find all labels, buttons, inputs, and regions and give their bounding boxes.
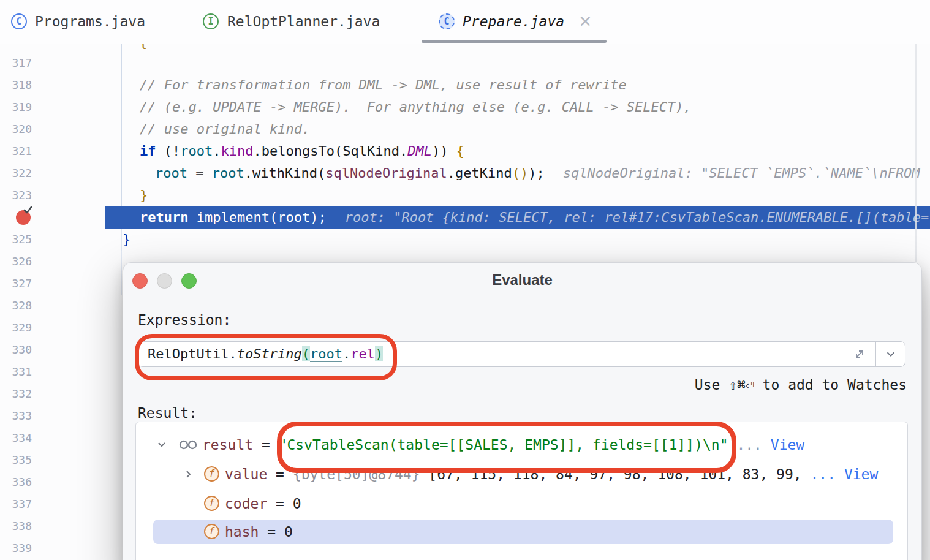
brace: {	[448, 143, 464, 159]
keyword: if	[140, 143, 156, 159]
chevron-right-icon[interactable]	[183, 468, 195, 480]
result-label: Result:	[138, 405, 197, 421]
field-kind: kind	[221, 143, 253, 159]
result-string-value: "CsvTableScan(table=[[SALES, EMPS]], fie…	[279, 437, 728, 453]
punct: .getKind	[447, 165, 512, 181]
expression-history-dropdown[interactable]	[875, 342, 905, 366]
code-line-323: }	[123, 184, 930, 206]
var-value: 0	[284, 524, 293, 540]
line-number[interactable]: 319	[0, 96, 32, 118]
field-icon: f	[204, 496, 219, 511]
ellipsis: ...	[811, 466, 844, 482]
punct: (!	[156, 143, 181, 159]
code-line-317	[123, 52, 930, 74]
code-lines: // For transformation from DML -> DML, u…	[123, 52, 930, 251]
ide-window: C Programs.java I RelOptPlanner.java C P…	[0, 0, 930, 560]
interface-icon: I	[203, 13, 219, 29]
tree-row-hash-selected[interactable]: f hash = 0	[136, 521, 907, 543]
line-number[interactable]: 323	[0, 184, 32, 206]
punct: .withKind(	[244, 165, 325, 181]
expr-token-root: root	[310, 346, 342, 362]
code-line-318: // For transformation from DML -> DML, u…	[123, 74, 930, 96]
punct: implement(	[188, 210, 278, 225]
field-icon: f	[204, 466, 219, 482]
var-value: 0	[293, 496, 301, 512]
active-tab-underline	[422, 40, 607, 43]
expr-paren: (	[302, 346, 310, 361]
class-icon: C	[439, 13, 455, 29]
constant-dml: DML	[407, 143, 432, 159]
expression-text[interactable]: RelOptUtil.toString(root.rel)	[148, 342, 383, 366]
equals: =	[259, 524, 284, 540]
line-number[interactable]: 336	[0, 471, 32, 493]
code-line-324-execution: return implement(root);root: "Root {kind…	[123, 206, 930, 229]
code-line-325: }	[123, 229, 930, 251]
ellipsis: ...	[728, 437, 771, 453]
var-name: result	[202, 437, 253, 453]
punct: );	[528, 165, 545, 181]
punct: ))	[432, 143, 448, 159]
equals: =	[253, 437, 279, 453]
line-number[interactable]: 335	[0, 449, 32, 471]
line-number[interactable]: 325	[0, 229, 32, 251]
line-number[interactable]: 337	[0, 493, 32, 515]
var-name: hash	[225, 524, 259, 540]
variable-root: root	[155, 165, 187, 181]
line-number[interactable]: 334	[0, 427, 32, 449]
var-name: coder	[225, 496, 267, 512]
punct: .belongsTo(SqlKind.	[253, 143, 407, 159]
line-number[interactable]: 338	[0, 515, 32, 537]
line-number[interactable]: 330	[0, 339, 32, 361]
tree-row-result[interactable]: result = "CsvTableScan(table=[[SALES, EM…	[136, 434, 907, 456]
tab-label[interactable]: Prepare.java	[463, 0, 564, 44]
line-number[interactable]: 339	[0, 537, 32, 559]
line-number[interactable]: 328	[0, 295, 32, 317]
line-number[interactable]: 331	[0, 361, 32, 383]
line-number[interactable]: 318	[0, 74, 32, 96]
tab-label[interactable]: Programs.java	[35, 0, 145, 44]
line-number[interactable]: 327	[0, 273, 32, 295]
tree-row-value[interactable]: f value = {byte[50]@8744} [67, 115, 118,…	[136, 463, 907, 485]
indent-guide	[121, 229, 122, 295]
punct: .	[213, 143, 221, 159]
editor-tab-bar: C Programs.java I RelOptPlanner.java C P…	[0, 0, 930, 44]
expression-input[interactable]: RelOptUtil.toString(root.rel)	[138, 341, 905, 367]
line-number[interactable]: 320	[0, 118, 32, 140]
line-number[interactable]: 322	[0, 162, 32, 184]
variable-sqlnodeoriginal: sqlNodeOriginal	[325, 165, 447, 181]
line-number[interactable]: 321	[0, 140, 32, 162]
view-link[interactable]: View	[844, 466, 878, 482]
watch-icon	[179, 439, 198, 451]
gutter-line-numbers: 3173183193203213223233253263273283293303…	[0, 52, 32, 559]
line-number[interactable]: 326	[0, 251, 32, 273]
result-tree-panel: result = "CsvTableScan(table=[[SALES, EM…	[135, 422, 908, 560]
expr-token: RelOptUtil.	[148, 346, 237, 361]
right-margin-guide	[915, 44, 917, 262]
line-number[interactable]: 333	[0, 405, 32, 427]
tab-label[interactable]: RelOptPlanner.java	[227, 0, 380, 44]
dialog-title: Evaluate	[123, 271, 921, 289]
variable-root: root	[278, 210, 310, 225]
parens: ()	[512, 165, 529, 181]
line-number[interactable]: 329	[0, 317, 32, 339]
variable-root: root	[180, 143, 213, 159]
expr-paren: )	[375, 346, 383, 361]
breakpoint-verified-check-icon	[23, 206, 32, 215]
line-number[interactable]: 332	[0, 383, 32, 405]
expand-editor-icon[interactable]	[852, 347, 867, 361]
code-line-320: // use original kind.	[123, 118, 930, 140]
field-icon: f	[204, 524, 219, 539]
tree-row-coder[interactable]: f coder = 0	[136, 493, 907, 515]
line-number[interactable]: 317	[0, 52, 32, 74]
clipped-code-fragment: {	[139, 44, 147, 50]
expression-label: Expression:	[138, 312, 231, 328]
equals: =	[267, 466, 293, 482]
inline-debug-hint: root: "Root {kind: SELECT, rel: rel#17:C…	[345, 210, 930, 225]
chevron-down-icon[interactable]	[156, 439, 168, 451]
close-icon[interactable]: ×	[578, 0, 592, 44]
punct: =	[187, 165, 212, 181]
code-line-319: // (e.g. UPDATE -> MERGE). For anything …	[123, 96, 930, 118]
punct: );	[310, 210, 327, 225]
byte-array-preview: [67, 115, 118, 84, 97, 98, 108, 101, 83,…	[420, 466, 811, 482]
view-link[interactable]: View	[771, 437, 804, 453]
